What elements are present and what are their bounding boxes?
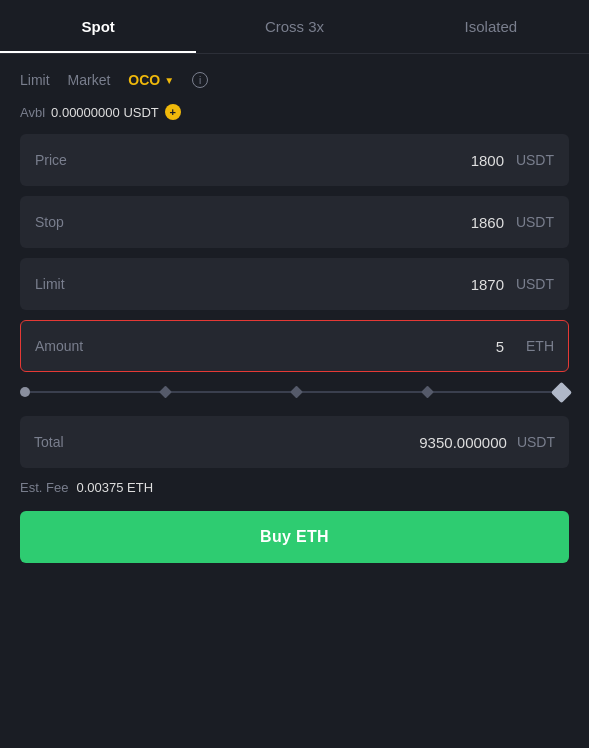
order-type-oco[interactable]: OCO ▼ — [128, 72, 174, 88]
amount-value: 5 — [496, 338, 504, 355]
oco-chevron-icon: ▼ — [164, 75, 174, 86]
tab-isolated[interactable]: Isolated — [393, 0, 589, 53]
slider-tick-75 — [421, 386, 434, 399]
order-type-limit[interactable]: Limit — [20, 72, 50, 88]
slider-tick-25 — [159, 386, 172, 399]
buy-button[interactable]: Buy ETH — [20, 511, 569, 563]
amount-slider[interactable] — [20, 382, 569, 402]
limit-label: Limit — [35, 276, 471, 292]
available-balance-row: Avbl 0.00000000 USDT + — [20, 104, 569, 120]
price-label: Price — [35, 152, 471, 168]
slider-thumb[interactable] — [551, 381, 572, 402]
order-form: Limit Market OCO ▼ i Avbl 0.00000000 USD… — [0, 54, 589, 581]
total-label: Total — [34, 434, 419, 450]
amount-currency: ETH — [514, 338, 554, 354]
price-value: 1800 — [471, 152, 504, 169]
fee-value: 0.00375 ETH — [76, 480, 153, 495]
stop-currency: USDT — [514, 214, 554, 230]
stop-input-group[interactable]: Stop 1860 USDT — [20, 196, 569, 248]
order-type-row: Limit Market OCO ▼ i — [20, 72, 569, 88]
total-value: 9350.000000 — [419, 434, 507, 451]
order-type-market[interactable]: Market — [68, 72, 111, 88]
total-row: Total 9350.000000 USDT — [20, 416, 569, 468]
fee-row: Est. Fee 0.00375 ETH — [20, 480, 569, 495]
avbl-label: Avbl — [20, 105, 45, 120]
price-currency: USDT — [514, 152, 554, 168]
slider-tick-50 — [290, 386, 303, 399]
stop-label: Stop — [35, 214, 471, 230]
tab-cross3x[interactable]: Cross 3x — [196, 0, 392, 53]
add-funds-icon[interactable]: + — [165, 104, 181, 120]
amount-label: Amount — [35, 338, 496, 354]
limit-input-group[interactable]: Limit 1870 USDT — [20, 258, 569, 310]
avbl-value: 0.00000000 USDT — [51, 105, 159, 120]
slider-track — [30, 391, 554, 393]
info-icon[interactable]: i — [192, 72, 208, 88]
fee-label: Est. Fee — [20, 480, 68, 495]
tab-bar: Spot Cross 3x Isolated — [0, 0, 589, 54]
price-input-group[interactable]: Price 1800 USDT — [20, 134, 569, 186]
slider-start-dot — [20, 387, 30, 397]
tab-spot[interactable]: Spot — [0, 0, 196, 53]
limit-value: 1870 — [471, 276, 504, 293]
oco-label: OCO — [128, 72, 160, 88]
limit-currency: USDT — [514, 276, 554, 292]
amount-input-group[interactable]: Amount 5 ETH — [20, 320, 569, 372]
total-currency: USDT — [517, 434, 555, 450]
stop-value: 1860 — [471, 214, 504, 231]
